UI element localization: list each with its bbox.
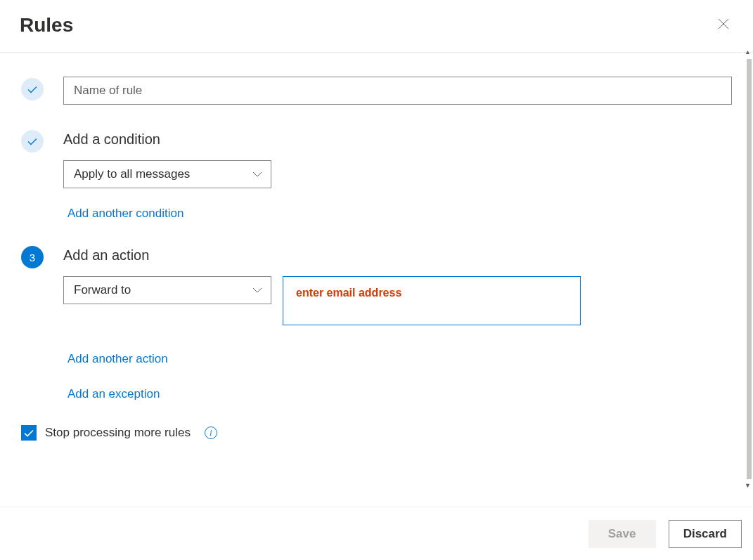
add-condition-link[interactable]: Add another condition: [67, 207, 732, 221]
step2-badge: [21, 130, 44, 152]
step-condition-row: Add a condition Apply to all messages Ad…: [21, 129, 732, 221]
add-action-link[interactable]: Add another action: [67, 352, 732, 366]
scrollbar-thumb[interactable]: [747, 59, 752, 479]
dialog-header: Rules: [0, 0, 753, 53]
close-icon: [718, 18, 729, 30]
condition-title: Add a condition: [63, 131, 732, 148]
step-name-row: [21, 77, 732, 105]
save-button[interactable]: Save: [588, 520, 656, 548]
add-exception-link[interactable]: Add an exception: [67, 387, 732, 401]
checkmark-icon: [27, 138, 37, 145]
stop-processing-label: Stop processing more rules: [45, 426, 191, 440]
action-title: Add an action: [63, 247, 732, 263]
chevron-down-icon: [252, 171, 262, 177]
step-action-row: 3 Add an action Forward to enter email a…: [21, 245, 732, 401]
action-dropdown[interactable]: Forward to: [63, 276, 271, 304]
action-dropdown-value: Forward to: [74, 283, 131, 297]
scroll-down-arrow[interactable]: ▼: [745, 483, 751, 489]
condition-dropdown-value: Apply to all messages: [74, 167, 190, 181]
condition-dropdown[interactable]: Apply to all messages: [63, 160, 271, 188]
dialog-footer: Save Discard: [0, 507, 753, 560]
step1-badge: [21, 78, 44, 100]
rule-name-input[interactable]: [63, 77, 732, 105]
forward-to-email-input[interactable]: enter email address: [283, 276, 581, 325]
step2-body: Add a condition Apply to all messages Ad…: [63, 129, 732, 221]
close-button[interactable]: [714, 14, 733, 37]
stop-processing-row: Stop processing more rules i: [21, 425, 732, 441]
scroll-up-arrow[interactable]: ▲: [745, 49, 751, 56]
step1-body: [63, 77, 732, 105]
checkmark-icon: [24, 429, 34, 437]
checkmark-icon: [27, 86, 37, 93]
step3-body: Add an action Forward to enter email add…: [63, 245, 732, 401]
scrollbar[interactable]: ▲ ▼: [745, 55, 752, 483]
discard-button[interactable]: Discard: [669, 520, 742, 548]
email-annotation-text: enter email address: [296, 287, 401, 299]
page-title: Rules: [20, 14, 73, 37]
dialog-content: Add a condition Apply to all messages Ad…: [0, 53, 753, 504]
stop-processing-checkbox[interactable]: [21, 425, 37, 441]
chevron-down-icon: [252, 287, 262, 293]
action-controls: Forward to enter email address: [63, 276, 732, 325]
info-icon[interactable]: i: [205, 426, 217, 439]
step3-badge: 3: [21, 246, 44, 268]
